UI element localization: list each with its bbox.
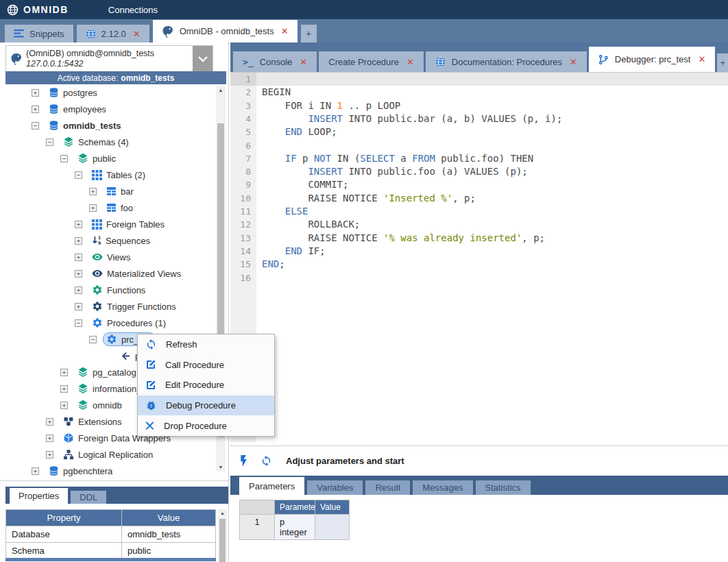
code-text: INSERT INTO public.bar (a, b) VALUES (p,… xyxy=(262,112,562,125)
tab-properties[interactable]: Properties xyxy=(10,488,68,504)
tree-item-omnidb-tests[interactable]: −omnidb_tests xyxy=(0,117,216,134)
expand-toggle-icon[interactable]: + xyxy=(75,221,82,228)
tree-item-views[interactable]: +Views xyxy=(0,249,216,265)
tab-messages[interactable]: Messages xyxy=(413,480,472,495)
tab-label: Snippets xyxy=(29,29,64,39)
menu-item-drop-procedure[interactable]: Drop Procedure xyxy=(138,415,274,436)
expand-toggle-icon[interactable]: + xyxy=(60,402,68,409)
expand-toggle-icon[interactable]: − xyxy=(60,155,68,162)
menu-item-label: Debug Procedure xyxy=(166,400,236,411)
expand-toggle-icon[interactable]: + xyxy=(75,254,82,261)
properties-scrollbar[interactable]: ▲ xyxy=(218,509,227,562)
tree-item-foo[interactable]: +foo xyxy=(0,199,216,216)
tree-item-public[interactable]: −public xyxy=(0,150,216,167)
workspace-tab-debugger-prc-test[interactable]: Debugger: prc_test✕ xyxy=(589,47,715,72)
code-text: ELSE xyxy=(262,205,308,218)
tree-item-tables-2[interactable]: −Tables (2) xyxy=(0,167,216,183)
tab-statistics[interactable]: Statistics xyxy=(476,480,531,495)
tree-item-label: Trigger Functions xyxy=(107,302,176,312)
expand-toggle-icon[interactable]: − xyxy=(46,138,53,146)
expand-toggle-icon[interactable]: + xyxy=(32,106,39,113)
workspace-tab-documentation-procedures[interactable]: Documentation: Procedures✕ xyxy=(426,51,587,72)
close-icon[interactable]: ✕ xyxy=(407,57,414,67)
tab-new[interactable]: + xyxy=(301,25,317,42)
tree-item-functions[interactable]: +Functions xyxy=(0,282,216,298)
tree-item-postgres[interactable]: +postgres xyxy=(0,84,216,101)
close-icon[interactable]: ✕ xyxy=(570,57,577,67)
layers-icon xyxy=(77,367,88,378)
expand-toggle-icon[interactable]: + xyxy=(89,204,97,212)
tab-variables[interactable]: Variables xyxy=(307,480,363,495)
expand-toggle-icon[interactable]: − xyxy=(89,336,97,343)
procedure-context-menu: RefreshCall ProcedureEdit ProcedureDebug… xyxy=(137,334,275,437)
tree-item-sequences[interactable]: +19Sequences xyxy=(0,232,216,249)
workspace-tab-new[interactable]: + xyxy=(717,53,728,72)
workspace-tab-label: + xyxy=(720,58,725,68)
expand-toggle-icon[interactable]: − xyxy=(75,319,82,327)
line-number: 11 xyxy=(230,205,256,218)
tree-item-employees[interactable]: +employees xyxy=(0,101,216,117)
tree-item-label: public xyxy=(93,154,116,164)
scroll-up-icon[interactable]: ▲ xyxy=(216,86,226,95)
main-tab-bar: Snippets2.12.0✕OmniDB - omnidb_tests✕+ xyxy=(0,19,728,42)
tree-item-bar[interactable]: +bar xyxy=(0,183,216,199)
expand-toggle-icon[interactable]: + xyxy=(75,237,82,245)
menu-item-edit-procedure[interactable]: Edit Procedure xyxy=(138,375,274,395)
expand-toggle-icon[interactable]: + xyxy=(46,451,53,459)
tab-omnidb-omnidb-tests[interactable]: OmniDB - omnidb_tests✕ xyxy=(153,20,298,42)
close-icon[interactable]: ✕ xyxy=(133,29,141,39)
tree-item-schemas-4[interactable]: −Schemas (4) xyxy=(0,134,216,150)
expand-toggle-icon[interactable]: + xyxy=(32,467,39,475)
expand-toggle-icon[interactable]: + xyxy=(89,188,97,195)
expand-toggle-icon[interactable]: + xyxy=(60,369,68,376)
active-database-label: Active database: xyxy=(58,73,119,83)
properties-scrollbar-thumb[interactable] xyxy=(219,519,226,562)
close-icon[interactable]: ✕ xyxy=(698,54,705,64)
tree-item-materialized-views[interactable]: +Materialized Views xyxy=(0,265,216,282)
code-editor[interactable]: 12BEGIN3 FOR i IN 1 .. p LOOP4 INSERT IN… xyxy=(230,72,728,442)
tree-item-procedures-1[interactable]: −Procedures (1) xyxy=(0,315,216,331)
tree-item-foreign-tables[interactable]: +Foreign Tables xyxy=(0,216,216,232)
tree-node-body: omnidb xyxy=(74,398,127,412)
properties-partial-row xyxy=(5,558,216,561)
menu-item-debug-procedure[interactable]: Debug Procedure xyxy=(138,395,274,416)
expand-toggle-icon[interactable]: + xyxy=(46,435,53,442)
tab-parameters[interactable]: Parameters xyxy=(239,477,304,495)
tree-item-trigger-functions[interactable]: +Trigger Functions xyxy=(0,298,216,315)
tab-snippets[interactable]: Snippets xyxy=(5,25,73,42)
expand-toggle-icon[interactable]: − xyxy=(75,171,82,179)
expand-toggle-icon[interactable]: + xyxy=(60,385,68,393)
table-row[interactable]: Schemapublic xyxy=(6,543,216,559)
table-row[interactable]: 1p integer xyxy=(239,515,350,540)
editor-splitter[interactable] xyxy=(230,445,728,446)
close-icon[interactable]: ✕ xyxy=(300,57,307,67)
expand-toggle-icon[interactable]: + xyxy=(75,286,82,294)
table-row[interactable]: Databaseomnidb_tests xyxy=(6,526,216,543)
scroll-up-icon[interactable]: ▲ xyxy=(218,509,227,517)
menu-item-refresh[interactable]: Refresh xyxy=(138,334,274,355)
tree-item-logical-replication[interactable]: +Logical Replication xyxy=(0,446,216,463)
chevron-down-icon[interactable] xyxy=(193,46,213,72)
refresh-icon[interactable] xyxy=(260,455,272,467)
expand-toggle-icon[interactable]: + xyxy=(75,303,82,310)
workspace-tab-create-procedure[interactable]: Create Procedure✕ xyxy=(319,51,424,72)
left-panel-splitter[interactable] xyxy=(0,480,228,481)
menu-connections[interactable]: Connections xyxy=(108,5,158,15)
expand-toggle-icon[interactable]: + xyxy=(32,89,39,97)
workspace-tab-console[interactable]: >_Console✕ xyxy=(233,51,317,72)
tab-2-12-0[interactable]: 2.12.0✕ xyxy=(77,25,149,42)
logo-text: OMNIDB xyxy=(23,4,69,15)
tab-ddl[interactable]: DDL xyxy=(71,491,106,504)
start-debug-bolt-icon[interactable] xyxy=(237,455,247,467)
scroll-down-icon[interactable]: ▼ xyxy=(216,463,226,472)
value-cell[interactable] xyxy=(315,515,350,540)
close-icon[interactable]: ✕ xyxy=(281,26,289,36)
menu-item-call-procedure[interactable]: Call Procedure xyxy=(138,355,274,376)
expand-toggle-icon[interactable]: − xyxy=(32,122,39,130)
expand-toggle-icon[interactable]: + xyxy=(75,270,82,278)
connection-selector[interactable]: (OmniDB) omnidb@omnidb_tests 127.0.0.1:5… xyxy=(5,45,213,73)
tab-result[interactable]: Result xyxy=(365,480,410,495)
code-text: END IF; xyxy=(262,245,326,258)
tree-item-pgbenchtera[interactable]: +pgbenchtera xyxy=(0,463,216,479)
expand-toggle-icon[interactable]: + xyxy=(46,418,53,426)
